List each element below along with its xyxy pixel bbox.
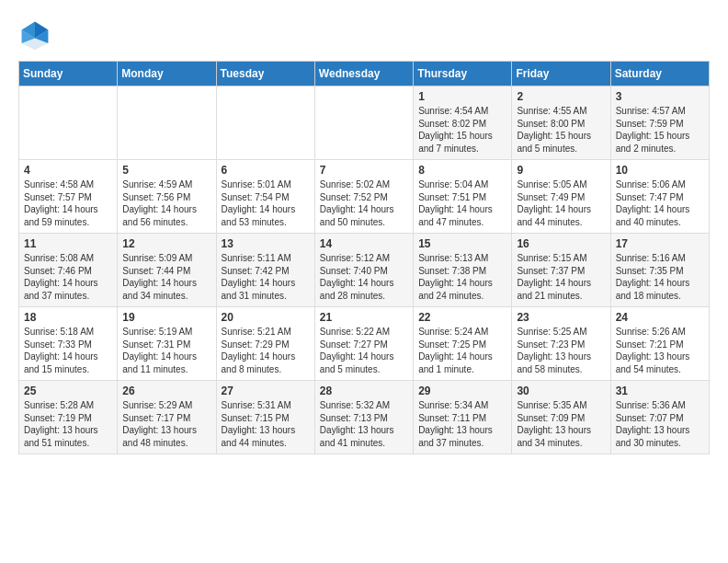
calendar-cell: 29 Sunrise: 5:34 AMSunset: 7:11 PMDaylig… bbox=[414, 381, 512, 454]
day-number: 12 bbox=[122, 237, 210, 250]
calendar-cell: 11 Sunrise: 5:08 AMSunset: 7:46 PMDaylig… bbox=[19, 234, 118, 307]
day-info: Sunrise: 4:54 AMSunset: 8:02 PMDaylight:… bbox=[418, 106, 493, 154]
calendar-cell bbox=[314, 86, 413, 160]
day-info: Sunrise: 5:32 AMSunset: 7:13 PMDaylight:… bbox=[320, 400, 394, 448]
col-header-saturday: Saturday bbox=[610, 62, 709, 86]
logo bbox=[18, 18, 57, 52]
day-info: Sunrise: 5:28 AMSunset: 7:19 PMDaylight:… bbox=[24, 400, 98, 448]
calendar-cell: 22 Sunrise: 5:24 AMSunset: 7:25 PMDaylig… bbox=[414, 307, 512, 381]
day-number: 25 bbox=[24, 385, 112, 397]
day-number: 1 bbox=[418, 90, 506, 103]
day-info: Sunrise: 4:55 AMSunset: 8:00 PMDaylight:… bbox=[517, 106, 591, 154]
day-number: 21 bbox=[320, 311, 408, 324]
day-number: 11 bbox=[24, 237, 112, 250]
day-info: Sunrise: 5:35 AMSunset: 7:09 PMDaylight:… bbox=[517, 400, 591, 448]
calendar-cell: 14 Sunrise: 5:12 AMSunset: 7:40 PMDaylig… bbox=[314, 234, 413, 307]
day-number: 18 bbox=[24, 311, 112, 324]
day-info: Sunrise: 5:18 AMSunset: 7:33 PMDaylight:… bbox=[24, 327, 98, 374]
day-number: 17 bbox=[616, 237, 704, 250]
calendar-cell: 9 Sunrise: 5:05 AMSunset: 7:49 PMDayligh… bbox=[512, 160, 610, 234]
calendar-cell: 24 Sunrise: 5:26 AMSunset: 7:21 PMDaylig… bbox=[610, 307, 709, 381]
day-info: Sunrise: 5:02 AMSunset: 7:52 PMDaylight:… bbox=[320, 179, 394, 227]
calendar-cell: 30 Sunrise: 5:35 AMSunset: 7:09 PMDaylig… bbox=[512, 381, 610, 454]
logo-icon bbox=[18, 18, 51, 52]
day-info: Sunrise: 5:34 AMSunset: 7:11 PMDaylight:… bbox=[418, 400, 493, 448]
day-number: 19 bbox=[122, 311, 210, 324]
week-row-2: 4 Sunrise: 4:58 AMSunset: 7:57 PMDayligh… bbox=[19, 160, 710, 234]
day-info: Sunrise: 5:24 AMSunset: 7:25 PMDaylight:… bbox=[418, 327, 493, 374]
col-header-monday: Monday bbox=[118, 62, 216, 86]
col-header-sunday: Sunday bbox=[19, 62, 118, 86]
day-number: 13 bbox=[222, 237, 310, 250]
day-number: 30 bbox=[517, 385, 605, 397]
day-number: 8 bbox=[418, 164, 506, 177]
day-number: 26 bbox=[122, 385, 210, 397]
day-info: Sunrise: 5:25 AMSunset: 7:23 PMDaylight:… bbox=[517, 327, 591, 374]
calendar-cell bbox=[216, 86, 314, 160]
day-number: 27 bbox=[222, 385, 310, 397]
day-info: Sunrise: 5:15 AMSunset: 7:37 PMDaylight:… bbox=[517, 253, 591, 301]
calendar-cell: 23 Sunrise: 5:25 AMSunset: 7:23 PMDaylig… bbox=[512, 307, 610, 381]
week-row-5: 25 Sunrise: 5:28 AMSunset: 7:19 PMDaylig… bbox=[19, 381, 710, 454]
page-header bbox=[18, 18, 710, 52]
calendar-cell: 19 Sunrise: 5:19 AMSunset: 7:31 PMDaylig… bbox=[118, 307, 216, 381]
calendar-cell: 21 Sunrise: 5:22 AMSunset: 7:27 PMDaylig… bbox=[314, 307, 413, 381]
day-info: Sunrise: 5:13 AMSunset: 7:38 PMDaylight:… bbox=[418, 253, 493, 301]
calendar-cell: 16 Sunrise: 5:15 AMSunset: 7:37 PMDaylig… bbox=[512, 234, 610, 307]
calendar-cell: 27 Sunrise: 5:31 AMSunset: 7:15 PMDaylig… bbox=[216, 381, 314, 454]
week-row-1: 1 Sunrise: 4:54 AMSunset: 8:02 PMDayligh… bbox=[19, 86, 710, 160]
day-info: Sunrise: 5:29 AMSunset: 7:17 PMDaylight:… bbox=[122, 400, 197, 448]
day-info: Sunrise: 4:58 AMSunset: 7:57 PMDaylight:… bbox=[24, 179, 98, 227]
calendar-cell: 6 Sunrise: 5:01 AMSunset: 7:54 PMDayligh… bbox=[216, 160, 314, 234]
day-number: 7 bbox=[320, 164, 408, 177]
calendar-cell: 2 Sunrise: 4:55 AMSunset: 8:00 PMDayligh… bbox=[512, 86, 610, 160]
calendar-cell: 28 Sunrise: 5:32 AMSunset: 7:13 PMDaylig… bbox=[314, 381, 413, 454]
week-row-4: 18 Sunrise: 5:18 AMSunset: 7:33 PMDaylig… bbox=[19, 307, 710, 381]
day-number: 4 bbox=[24, 164, 112, 177]
calendar-cell: 8 Sunrise: 5:04 AMSunset: 7:51 PMDayligh… bbox=[414, 160, 512, 234]
day-info: Sunrise: 5:09 AMSunset: 7:44 PMDaylight:… bbox=[122, 253, 197, 301]
day-info: Sunrise: 5:06 AMSunset: 7:47 PMDaylight:… bbox=[616, 179, 690, 227]
day-info: Sunrise: 5:12 AMSunset: 7:40 PMDaylight:… bbox=[320, 253, 394, 301]
calendar-table: SundayMondayTuesdayWednesdayThursdayFrid… bbox=[18, 61, 710, 454]
calendar-cell: 5 Sunrise: 4:59 AMSunset: 7:56 PMDayligh… bbox=[118, 160, 216, 234]
day-number: 14 bbox=[320, 237, 408, 250]
day-info: Sunrise: 5:19 AMSunset: 7:31 PMDaylight:… bbox=[122, 327, 197, 374]
col-header-thursday: Thursday bbox=[414, 62, 512, 86]
day-number: 9 bbox=[517, 164, 605, 177]
day-number: 24 bbox=[616, 311, 704, 324]
day-info: Sunrise: 5:11 AMSunset: 7:42 PMDaylight:… bbox=[222, 253, 296, 301]
day-info: Sunrise: 4:57 AMSunset: 7:59 PMDaylight:… bbox=[616, 106, 690, 154]
calendar-cell: 7 Sunrise: 5:02 AMSunset: 7:52 PMDayligh… bbox=[314, 160, 413, 234]
day-info: Sunrise: 5:05 AMSunset: 7:49 PMDaylight:… bbox=[517, 179, 591, 227]
day-number: 29 bbox=[418, 385, 506, 397]
calendar-cell: 25 Sunrise: 5:28 AMSunset: 7:19 PMDaylig… bbox=[19, 381, 118, 454]
col-header-tuesday: Tuesday bbox=[216, 62, 314, 86]
calendar-cell: 10 Sunrise: 5:06 AMSunset: 7:47 PMDaylig… bbox=[610, 160, 709, 234]
calendar-cell: 31 Sunrise: 5:36 AMSunset: 7:07 PMDaylig… bbox=[610, 381, 709, 454]
day-number: 16 bbox=[517, 237, 605, 250]
day-info: Sunrise: 5:26 AMSunset: 7:21 PMDaylight:… bbox=[616, 327, 690, 374]
calendar-cell: 17 Sunrise: 5:16 AMSunset: 7:35 PMDaylig… bbox=[610, 234, 709, 307]
calendar-cell bbox=[19, 86, 118, 160]
calendar-cell: 13 Sunrise: 5:11 AMSunset: 7:42 PMDaylig… bbox=[216, 234, 314, 307]
day-number: 2 bbox=[517, 90, 605, 103]
day-info: Sunrise: 5:31 AMSunset: 7:15 PMDaylight:… bbox=[222, 400, 296, 448]
day-info: Sunrise: 5:22 AMSunset: 7:27 PMDaylight:… bbox=[320, 327, 394, 374]
day-number: 31 bbox=[616, 385, 704, 397]
day-number: 15 bbox=[418, 237, 506, 250]
calendar-cell: 26 Sunrise: 5:29 AMSunset: 7:17 PMDaylig… bbox=[118, 381, 216, 454]
week-row-3: 11 Sunrise: 5:08 AMSunset: 7:46 PMDaylig… bbox=[19, 234, 710, 307]
calendar-cell: 4 Sunrise: 4:58 AMSunset: 7:57 PMDayligh… bbox=[19, 160, 118, 234]
day-info: Sunrise: 4:59 AMSunset: 7:56 PMDaylight:… bbox=[122, 179, 197, 227]
calendar-cell: 12 Sunrise: 5:09 AMSunset: 7:44 PMDaylig… bbox=[118, 234, 216, 307]
calendar-cell: 18 Sunrise: 5:18 AMSunset: 7:33 PMDaylig… bbox=[19, 307, 118, 381]
calendar-cell: 3 Sunrise: 4:57 AMSunset: 7:59 PMDayligh… bbox=[610, 86, 709, 160]
calendar-cell: 15 Sunrise: 5:13 AMSunset: 7:38 PMDaylig… bbox=[414, 234, 512, 307]
day-info: Sunrise: 5:01 AMSunset: 7:54 PMDaylight:… bbox=[222, 179, 296, 227]
day-info: Sunrise: 5:36 AMSunset: 7:07 PMDaylight:… bbox=[616, 400, 690, 448]
calendar-cell: 20 Sunrise: 5:21 AMSunset: 7:29 PMDaylig… bbox=[216, 307, 314, 381]
header-row: SundayMondayTuesdayWednesdayThursdayFrid… bbox=[19, 62, 710, 86]
col-header-wednesday: Wednesday bbox=[314, 62, 413, 86]
day-number: 3 bbox=[616, 90, 704, 103]
